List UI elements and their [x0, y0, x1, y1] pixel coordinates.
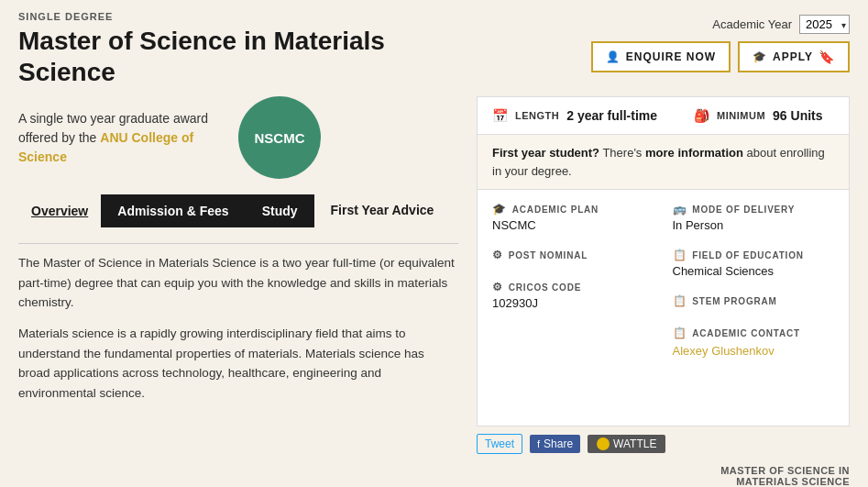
calendar-icon: 📅 [492, 108, 508, 123]
subtitle-text: A single two year graduate award offered… [18, 109, 220, 167]
bottom-degree-label: MASTER OF SCIENCE INMATERIALS SCIENCE [477, 461, 850, 487]
mode-delivery-icon: 🚌 [673, 203, 687, 216]
tab-admission[interactable]: Admission & Fees [101, 194, 245, 227]
bookmark-icon: 🔖 [819, 50, 835, 64]
tweet-button[interactable]: Tweet [477, 434, 522, 454]
field-education-value: Chemical Sciences [673, 264, 835, 278]
academic-year-label: Academic Year [712, 17, 792, 31]
detail-academic-contact: 📋 ACADEMIC CONTACT Alexey Glushenkov [673, 327, 835, 359]
info-card-header: 📅 LENGTH 2 year full-time 🎒 MINIMUM 96 U… [478, 97, 849, 135]
tab-study[interactable]: Study [246, 194, 314, 227]
detail-mode-delivery: 🚌 MODE OF DELIVERY In Person [673, 203, 835, 232]
length-value: 2 year full-time [566, 108, 657, 123]
detail-academic-plan: 🎓 ACADEMIC PLAN NSCMC [492, 203, 654, 232]
wattle-button[interactable]: WATTLE [588, 435, 665, 453]
navigation-tabs: Overview Admission & Fees Study First Ye… [18, 194, 458, 228]
unit-icon: 🎒 [694, 108, 709, 123]
more-info-strong: more information [645, 146, 743, 160]
person-icon: 👤 [606, 50, 621, 63]
cricos-value: 102930J [492, 296, 654, 310]
academic-plan-icon: 🎓 [492, 203, 507, 216]
info-card-body: 🎓 ACADEMIC PLAN NSCMC ⚙ POST NOMINAL [478, 190, 849, 371]
mortarboard-icon: 🎓 [753, 50, 767, 63]
academic-year-select-wrapper[interactable]: 2025 2024 2026 [799, 15, 850, 34]
detail-post-nominal: ⚙ POST NOMINAL [492, 249, 654, 261]
share-button[interactable]: f Share [530, 435, 580, 453]
description-paragraph-2: Materials science is a rapidly growing i… [18, 324, 458, 403]
enquire-button[interactable]: 👤 ENQUIRE NOW [591, 41, 731, 72]
minimum-value: 96 Units [773, 108, 822, 123]
detail-cricos-code: ⚙ CRICOS CODE 102930J [492, 281, 654, 310]
minimum-label: MINIMUM [717, 110, 765, 121]
degree-type-label: SINGLE DEGREE [18, 11, 591, 22]
page-title: Master of Science in Materials Science [18, 26, 422, 87]
tab-overview[interactable]: Overview [18, 194, 101, 227]
detail-field-education: 📋 FIELD OF EDUCATION Chemical Sciences [673, 249, 835, 278]
academic-plan-value: NSCMC [492, 218, 654, 232]
academic-contact-link[interactable]: Alexey Glushenkov [673, 344, 775, 358]
social-row: Tweet f Share WATTLE [477, 426, 850, 461]
first-year-strong-1: First year student? [492, 146, 599, 160]
stem-program-icon: 📋 [673, 294, 687, 307]
info-card: 📅 LENGTH 2 year full-time 🎒 MINIMUM 96 U… [477, 96, 850, 426]
facebook-icon: f [537, 438, 540, 449]
post-nominal-icon: ⚙ [492, 249, 503, 261]
first-year-banner: First year student? There's more informa… [478, 135, 849, 190]
degree-badge: NSCMC [238, 96, 321, 179]
field-education-icon: 📋 [673, 249, 687, 261]
academic-contact-icon: 📋 [673, 327, 687, 339]
detail-stem-program: 📋 STEM PROGRAM [673, 294, 835, 307]
mode-delivery-value: In Person [673, 218, 835, 232]
cricos-icon: ⚙ [492, 281, 503, 293]
tab-first-year[interactable]: First Year Advice [314, 194, 451, 228]
apply-button[interactable]: 🎓 APPLY 🔖 [738, 41, 850, 72]
wattle-logo [597, 437, 610, 450]
length-label: LENGTH [515, 110, 559, 121]
academic-year-select[interactable]: 2025 2024 2026 [799, 15, 850, 34]
description-paragraph-1: The Master of Science in Materials Scien… [18, 253, 458, 313]
